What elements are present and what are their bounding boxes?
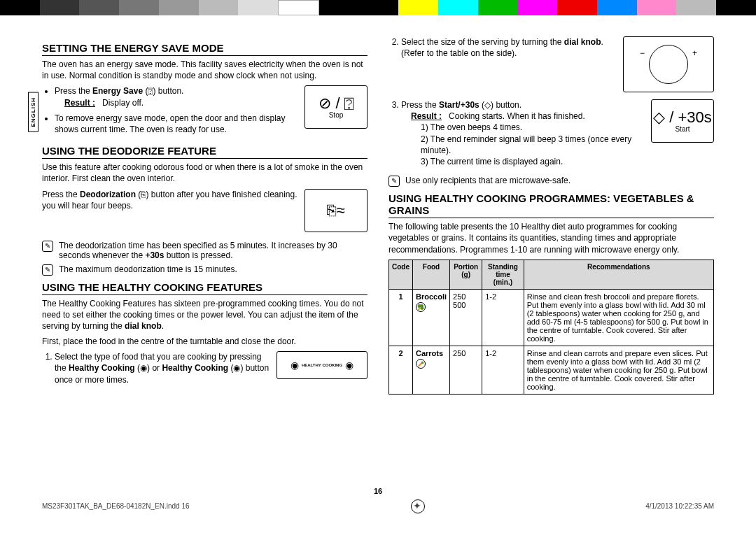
hc-icon-1: ◉	[140, 363, 147, 373]
footer-timestamp: 4/1/2013 10:22:35 AM	[645, 502, 714, 510]
heading-energy-save: SETTING THE ENERGY SAVE MODE	[42, 42, 368, 56]
start-button-illustration: ◇ / +30s Start	[651, 99, 714, 143]
th-stand: Standing time (min.)	[482, 260, 524, 289]
energy-save-intro: The oven has an energy save mode. This f…	[42, 59, 368, 81]
deodorize-intro: Use this feature after cooking odorous f…	[42, 162, 368, 184]
cell-portion: 250	[450, 346, 482, 394]
note-icon	[388, 176, 400, 187]
registration-mark-top	[372, 0, 384, 10]
healthy-cooking-intro: The Healthy Cooking Features has sixteen…	[42, 298, 368, 332]
cell-stand: 1-2	[482, 289, 524, 346]
th-portion: Portion (g)	[450, 260, 482, 289]
cell-code: 2	[389, 346, 413, 394]
cell-rec: Rinse and clean fresh broccoli and prepa…	[524, 289, 713, 346]
cell-portion: 250500	[450, 289, 482, 346]
note-icon	[42, 241, 53, 252]
programmes-intro: The following table presents the 10 Heal…	[388, 221, 714, 255]
stop-button-illustration: ⊘ / ⍰ Stop	[304, 85, 368, 129]
hc-icon-2: ◉	[233, 363, 240, 373]
cell-food: Broccoli🥦	[413, 289, 450, 346]
deodorize-button-illustration: ⎘≈	[304, 189, 368, 232]
deodorize-note-2: The maximum deodorization time is 15 min…	[42, 264, 368, 276]
th-code: Code	[389, 260, 413, 289]
table-row: 2Carrots🥕2501-2Rinse and clean carrots a…	[389, 346, 714, 394]
healthy-cooking-first: First, place the food in the centre of t…	[42, 336, 368, 347]
page-content: ENGLISH SETTING THE ENERGY SAVE MODE The…	[0, 15, 756, 477]
print-footer: MS23F301TAK_BA_DE68-04182N_EN.indd 16 4/…	[0, 495, 756, 522]
healthy-cooking-icon: ◉	[345, 360, 354, 371]
healthy-cooking-icon: ◉	[290, 360, 299, 371]
healthy-cooking-button-illustration: ◉ HEALTHY COOKING ◉	[276, 351, 368, 379]
deodorize-icon: ⎘≈	[327, 203, 344, 218]
cell-food: Carrots🥕	[413, 346, 450, 394]
table-row: 1Broccoli🥦2505001-2Rinse and clean fresh…	[389, 289, 714, 346]
heading-programmes: USING HEALTHY COOKING PROGRAMMES: VEGETA…	[388, 192, 714, 218]
microwave-safe-note: Use only recipients that are microwave-s…	[388, 176, 714, 187]
start-icon: ◇ / +30s	[653, 110, 712, 125]
dial-knob-illustration	[623, 36, 714, 92]
heading-deodorize: USING THE DEODORIZE FEATURE	[42, 145, 368, 159]
page-number: 16	[0, 487, 756, 495]
cell-stand: 1-2	[482, 346, 524, 394]
th-rec: Recommendations	[524, 260, 713, 289]
food-icon: 🥕	[416, 359, 426, 369]
note-icon	[42, 264, 53, 276]
language-tab: ENGLISH	[28, 92, 38, 132]
registration-mark-bottom	[411, 499, 424, 512]
start-inline-icon: ◇	[484, 100, 491, 110]
programmes-table: Code Food Portion (g) Standing time (min…	[388, 260, 714, 395]
stop-label: Stop	[329, 111, 344, 119]
footer-filename: MS23F301TAK_BA_DE68-04182N_EN.indd 16	[42, 502, 190, 510]
heading-healthy-cooking: USING THE HEALTHY COOKING FEATURES	[42, 281, 368, 295]
food-icon: 🥦	[416, 302, 426, 312]
cell-rec: Rinse and clean carrots and prepare even…	[524, 346, 713, 394]
th-food: Food	[413, 260, 450, 289]
dial-icon	[649, 45, 688, 84]
cell-code: 1	[389, 289, 413, 346]
deodorize-note-1: The deodorization time has been specifie…	[42, 241, 368, 260]
start-label: Start	[675, 125, 690, 133]
stop-icon: ⊘ / ⍰	[318, 96, 353, 111]
